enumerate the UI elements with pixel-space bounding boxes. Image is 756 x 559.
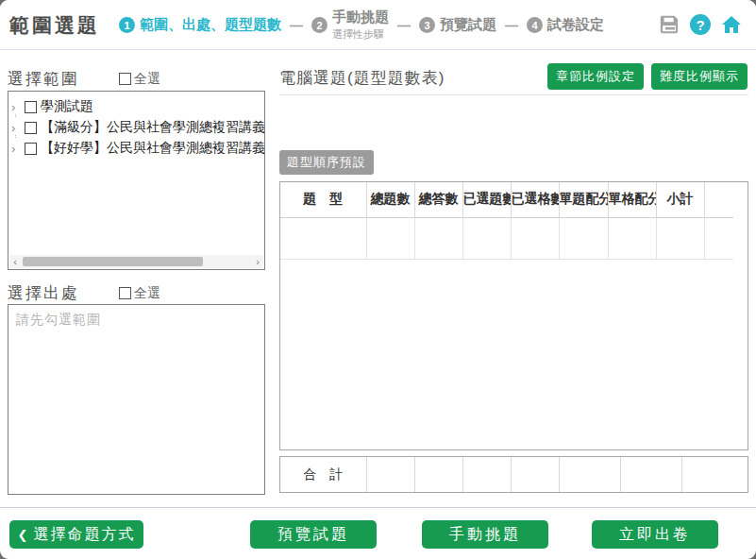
chevron-left-icon: ❮ [18, 528, 28, 542]
step-1-label: 範圍、出處、題型題數 [140, 16, 281, 34]
col-question-type: 題 型 [280, 182, 366, 217]
range-tree-box: › 學測試題 › 【滿級分】公民與社會學測總複習講義 實 › 【好好學】公民與社… [8, 91, 265, 270]
expand-chevron-icon[interactable]: › [11, 121, 21, 135]
table-row [280, 217, 733, 259]
cell-total-questions [366, 217, 414, 259]
col-total-answers: 總答數 [414, 182, 462, 217]
step-3-preview[interactable]: 3 預覽試題 [419, 16, 496, 34]
cell-points-per-question [559, 217, 608, 259]
total-cell [681, 457, 748, 492]
scroll-right-icon[interactable]: › [252, 255, 263, 268]
ratio-buttons: 章節比例設定 難度比例顯示 [547, 63, 748, 90]
col-extra [704, 182, 733, 217]
step-separator: — [288, 18, 305, 33]
source-list-box[interactable]: 請先勾選範圍 [8, 304, 265, 495]
chapter-ratio-button[interactable]: 章節比例設定 [547, 63, 644, 90]
back-to-method-button[interactable]: ❮ 選擇命題方式 [9, 520, 143, 549]
total-cell [366, 457, 414, 492]
step-4-badge: 4 [527, 17, 543, 33]
cell-points-per-blank [608, 217, 656, 259]
step-2-manual-pick[interactable]: 2 手動挑題 選擇性步驟 [311, 8, 389, 42]
main-divider [279, 94, 748, 95]
step-2-label-text: 手動挑題 [332, 8, 389, 25]
tree-item-label: 學測試題 [41, 98, 93, 115]
col-selected-questions: 已選題數 [462, 182, 511, 217]
tree-item-full-marks[interactable]: › 【滿級分】公民與社會學測總複習講義 實 [11, 117, 264, 138]
step-separator: — [395, 18, 412, 33]
help-icon[interactable]: ? [689, 13, 712, 36]
save-icon[interactable] [658, 13, 680, 36]
difficulty-ratio-button[interactable]: 難度比例顯示 [651, 63, 748, 90]
expand-chevron-icon[interactable]: › [11, 100, 21, 114]
tree-item-label: 【好好學】公民與社會學測總複習講義 實 [41, 140, 264, 157]
scrollbar-thumb[interactable] [23, 257, 203, 266]
horizontal-scrollbar[interactable]: ‹ › [9, 255, 263, 268]
tree-item-gsat[interactable]: › 學測試題 [11, 96, 264, 117]
step-2-sublabel: 選擇性步驟 [332, 27, 389, 42]
step-1-badge: 1 [119, 17, 135, 33]
step-3-label: 預覽試題 [440, 16, 496, 34]
cell-selected-blanks [511, 217, 559, 259]
total-cell [620, 457, 681, 492]
expand-chevron-icon[interactable]: › [11, 142, 21, 156]
total-cell [559, 457, 620, 492]
col-total-questions: 總題數 [366, 182, 414, 217]
preview-questions-button[interactable]: 預覽試題 [250, 520, 377, 549]
col-subtotal: 小計 [656, 182, 704, 217]
range-select-all-label: 全選 [134, 71, 160, 88]
tree-item-checkbox[interactable] [25, 101, 37, 113]
step-separator: — [503, 18, 520, 33]
question-order-preset-badge[interactable]: 題型順序預設 [279, 150, 374, 175]
header-bar: 範圍選題 1 範圍、出處、題型題數 — 2 手動挑題 選擇性步驟 — 3 預覽試… [0, 0, 756, 50]
cell-question-type [280, 217, 366, 259]
cell-subtotal [656, 217, 704, 259]
total-table: 合 計 [280, 457, 748, 492]
home-icon[interactable] [720, 13, 743, 36]
total-row: 合 計 [280, 457, 748, 492]
cell-extra [704, 217, 733, 259]
total-cell [511, 457, 559, 492]
total-label-cell: 合 計 [280, 457, 366, 492]
step-2-label: 手動挑題 選擇性步驟 [332, 8, 389, 42]
step-4-paper-settings[interactable]: 4 試卷設定 [527, 16, 604, 34]
generate-paper-button[interactable]: 立即出卷 [592, 520, 718, 549]
col-points-per-blank: 單格配分 [608, 182, 656, 217]
total-cell [414, 457, 462, 492]
source-placeholder-text: 請先勾選範圍 [8, 305, 264, 335]
tree-item-label: 【滿級分】公民與社會學測總複習講義 實 [41, 119, 264, 136]
source-select-all[interactable]: 全選 [119, 285, 160, 302]
col-points-per-question: 單題配分 [559, 182, 608, 217]
range-panel-title: 選擇範圍 [8, 68, 79, 90]
table-header-row: 題 型 總題數 總答數 已選題數 已選格數 單題配分 單格配分 小計 [280, 182, 733, 217]
cell-total-answers [414, 217, 462, 259]
scroll-left-icon[interactable]: ‹ [9, 255, 21, 268]
manual-pick-button[interactable]: 手動挑題 [422, 520, 548, 549]
tree-item-checkbox[interactable] [25, 143, 37, 155]
source-panel-title: 選擇出處 [8, 282, 79, 304]
cell-selected-questions [462, 217, 511, 259]
total-row-container: 合 計 [279, 456, 748, 493]
range-panel-header: 選擇範圍 全選 [8, 68, 160, 90]
bottom-divider [0, 507, 756, 508]
range-select-all[interactable]: 全選 [119, 71, 160, 88]
source-select-all-label: 全選 [134, 285, 160, 302]
app-window: 範圍選題 1 範圍、出處、題型題數 — 2 手動挑題 選擇性步驟 — 3 預覽試… [0, 0, 756, 559]
range-select-all-checkbox[interactable] [119, 73, 131, 85]
header-icons: ? [658, 13, 743, 36]
tree-item-study-well[interactable]: › 【好好學】公民與社會學測總複習講義 實 [11, 138, 264, 159]
step-4-label: 試卷設定 [547, 16, 604, 34]
scrollbar-track[interactable] [21, 256, 252, 267]
step-1-range[interactable]: 1 範圍、出處、題型題數 [119, 16, 281, 34]
computer-selection-title: 電腦選題(題型題數表) [279, 67, 445, 89]
col-selected-blanks: 已選格數 [511, 182, 559, 217]
step-3-badge: 3 [419, 17, 435, 33]
tree-item-checkbox[interactable] [25, 122, 37, 134]
source-panel-header: 選擇出處 全選 [8, 282, 160, 304]
back-button-label: 選擇命題方式 [33, 525, 135, 545]
question-type-table-container: 題 型 總題數 總答數 已選題數 已選格數 單題配分 單格配分 小計 [279, 181, 748, 450]
source-select-all-checkbox[interactable] [119, 287, 131, 299]
question-type-table: 題 型 總題數 總答數 已選題數 已選格數 單題配分 單格配分 小計 [280, 182, 733, 260]
step-2-badge: 2 [311, 17, 328, 33]
total-cell [462, 457, 511, 492]
page-title: 範圍選題 [9, 12, 100, 39]
